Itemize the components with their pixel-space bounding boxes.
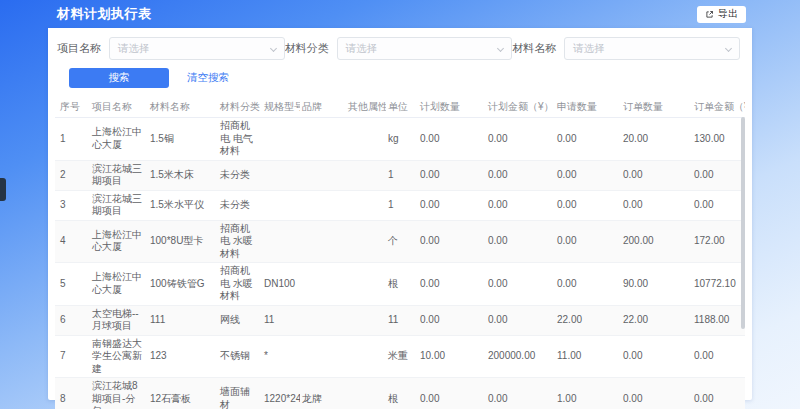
chevron-down-icon <box>725 45 732 52</box>
cell-spec-model: * <box>262 336 300 378</box>
vertical-scrollbar[interactable] <box>741 117 745 329</box>
cell-planned-qty: 0.00 <box>418 161 486 190</box>
cell-applied-qty: 1.00 <box>555 378 621 409</box>
cell-applied-qty: 0.00 <box>555 221 621 263</box>
cell-other-attrs <box>346 191 386 220</box>
cell-brand <box>300 263 346 305</box>
material-category-select[interactable]: 请选择 <box>337 37 513 60</box>
cell-applied-qty: 11.00 <box>555 336 621 378</box>
chevron-down-icon <box>497 45 504 52</box>
select-placeholder: 请选择 <box>118 42 150 56</box>
cell-index: 6 <box>55 306 90 335</box>
cell-planned-amount: 200000.00 <box>486 336 555 378</box>
cell-material-name: 100*8U型卡 <box>148 221 218 263</box>
cell-order-amount: 10772.10 <box>692 263 745 305</box>
cell-other-attrs <box>346 336 386 378</box>
cell-planned-qty: 0.00 <box>418 306 486 335</box>
table-body: 1上海松江中心大厦1.5铜招商机电 电气材料kg0.000.000.0020.0… <box>55 118 745 409</box>
cell-material-name: 100铸铁管G <box>148 263 218 305</box>
cell-index: 7 <box>55 336 90 378</box>
col-planned-qty: 计划数量 <box>418 97 486 117</box>
cell-planned-amount: 0.00 <box>486 161 555 190</box>
cell-project-name: 太空电梯--月球项目 <box>90 306 148 335</box>
page: 材料计划执行表 导出 项目名称 请选择 材料分类 请选择 <box>0 0 800 409</box>
cell-planned-amount: 0.00 <box>486 221 555 263</box>
cell-material-name: 111 <box>148 306 218 335</box>
clear-search-link[interactable]: 清空搜索 <box>187 71 229 85</box>
cell-other-attrs <box>346 118 386 160</box>
filter-bar: 项目名称 请选择 材料分类 请选择 材料名称 请选择 <box>48 28 752 60</box>
cell-order-amount: 0.00 <box>692 161 745 190</box>
cell-unit: 1 <box>386 161 418 190</box>
cell-other-attrs <box>346 221 386 263</box>
table-row: 3滨江花城三期项目1.5米水平仪未分类10.000.000.000.000.00 <box>55 191 745 221</box>
cell-project-name: 滨江花城三期项目 <box>90 191 148 220</box>
cell-spec-model <box>262 191 300 220</box>
cell-brand <box>300 161 346 190</box>
col-other-attrs: 其他属性 <box>346 97 386 117</box>
cell-planned-amount: 0.00 <box>486 263 555 305</box>
cell-order-qty: 200.00 <box>621 221 692 263</box>
cell-order-qty: 0.00 <box>621 161 692 190</box>
cell-project-name: 滨江花城三期项目 <box>90 161 148 190</box>
cell-brand <box>300 336 346 378</box>
cell-brand <box>300 191 346 220</box>
col-planned-amount: 计划金额（¥） <box>486 97 555 117</box>
cell-unit: 1 <box>386 191 418 220</box>
cell-order-qty: 0.00 <box>621 336 692 378</box>
filter-label: 材料名称 <box>512 41 556 56</box>
cell-material-name: 1.5米木床 <box>148 161 218 190</box>
action-bar: 搜索 清空搜索 <box>48 60 752 97</box>
export-icon <box>705 10 714 19</box>
sidebar-collapse-handle[interactable] <box>0 178 6 201</box>
cell-applied-qty: 0.00 <box>555 118 621 160</box>
cell-planned-amount: 0.00 <box>486 378 555 409</box>
cell-brand <box>300 221 346 263</box>
top-bar: 材料计划执行表 导出 <box>0 0 800 28</box>
export-label: 导出 <box>718 7 738 21</box>
cell-planned-amount: 0.00 <box>486 306 555 335</box>
cell-order-amount: 0.00 <box>692 378 745 409</box>
cell-material-category: 招商机电 水暖材料 <box>218 263 262 305</box>
cell-other-attrs <box>346 378 386 409</box>
material-name-select[interactable]: 请选择 <box>564 37 740 60</box>
cell-material-category: 不锈钢 <box>218 336 262 378</box>
cell-other-attrs <box>346 161 386 190</box>
cell-spec-model: 1220*2440*12 <box>262 378 300 409</box>
cell-order-qty: 22.00 <box>621 306 692 335</box>
cell-other-attrs <box>346 306 386 335</box>
cell-planned-amount: 0.00 <box>486 191 555 220</box>
col-material-name: 材料名称 <box>148 97 218 117</box>
cell-brand: 龙牌 <box>300 378 346 409</box>
cell-planned-amount: 0.00 <box>486 118 555 160</box>
cell-material-name: 1.5铜 <box>148 118 218 160</box>
cell-unit: 根 <box>386 263 418 305</box>
cell-order-amount: 1188.00 <box>692 306 745 335</box>
cell-spec-model: DN100 <box>262 263 300 305</box>
cell-brand <box>300 118 346 160</box>
cell-applied-qty: 0.00 <box>555 161 621 190</box>
cell-spec-model <box>262 161 300 190</box>
col-order-amount: 订单金额（¥） <box>692 97 745 117</box>
cell-spec-model <box>262 221 300 263</box>
cell-material-category: 网线 <box>218 306 262 335</box>
col-index: 序号 <box>55 97 90 117</box>
project-name-select[interactable]: 请选择 <box>109 37 285 60</box>
cell-planned-qty: 0.00 <box>418 221 486 263</box>
cell-planned-qty: 10.00 <box>418 336 486 378</box>
cell-order-amount: 172.00 <box>692 221 745 263</box>
cell-project-name: 上海松江中心大厦 <box>90 118 148 160</box>
search-button[interactable]: 搜索 <box>69 68 169 88</box>
cell-planned-qty: 0.00 <box>418 118 486 160</box>
cell-unit: 个 <box>386 221 418 263</box>
cell-planned-qty: 0.00 <box>418 191 486 220</box>
cell-project-name: 南钢盛达大学生公寓新建 <box>90 336 148 378</box>
cell-material-name: 12石膏板 <box>148 378 218 409</box>
filter-label: 材料分类 <box>285 41 329 56</box>
cell-index: 4 <box>55 221 90 263</box>
cell-index: 5 <box>55 263 90 305</box>
cell-applied-qty: 22.00 <box>555 306 621 335</box>
export-button[interactable]: 导出 <box>697 6 746 23</box>
table-row: 7南钢盛达大学生公寓新建123不锈钢*米重10.00200000.0011.00… <box>55 336 745 379</box>
filter-label: 项目名称 <box>57 41 101 56</box>
